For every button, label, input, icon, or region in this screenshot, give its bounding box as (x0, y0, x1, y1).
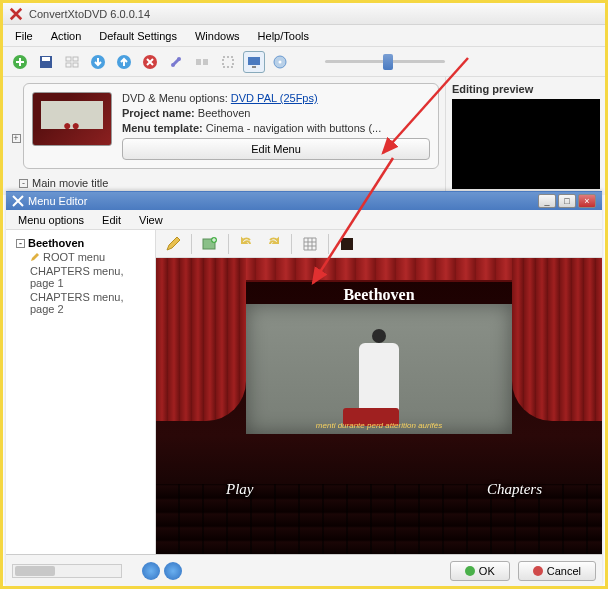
svg-rect-15 (248, 57, 260, 65)
add-image-button[interactable] (199, 233, 221, 255)
project-name-value: Beethoven (198, 107, 251, 119)
tree-expand-toggle[interactable]: + (9, 108, 23, 169)
background-swatch-button[interactable] (336, 233, 358, 255)
preview-viewport (452, 99, 600, 189)
movie-title-row[interactable]: - Main movie title (9, 177, 439, 189)
tree-root-menu[interactable]: ROOT menu (12, 250, 149, 264)
preview-panel: Editing preview (445, 77, 605, 195)
svg-rect-2 (42, 57, 50, 61)
redo-button[interactable] (262, 233, 284, 255)
menu-help-tools[interactable]: Help/Tools (250, 28, 317, 44)
cancel-button[interactable]: Cancel (518, 561, 596, 581)
disc-button[interactable] (269, 51, 291, 73)
delete-button[interactable] (139, 51, 161, 73)
merge-button[interactable] (191, 51, 213, 73)
move-up-button[interactable] (113, 51, 135, 73)
editor-title: Menu Editor (28, 195, 87, 207)
editor-menubar: Menu options Edit View (6, 210, 602, 230)
expand-icon[interactable]: - (19, 179, 28, 188)
add-button[interactable] (9, 51, 31, 73)
curtain-left-icon (156, 258, 246, 421)
screen-subtitle: menti durante perd atterition aurifés (246, 421, 512, 430)
main-title: ConvertXtoDVD 6.0.0.14 (29, 8, 150, 20)
collapse-icon[interactable]: - (16, 239, 25, 248)
edit-menu-button[interactable]: Edit Menu (122, 138, 430, 160)
menu-file[interactable]: File (7, 28, 41, 44)
maximize-button[interactable]: □ (558, 194, 576, 208)
close-button[interactable]: × (578, 194, 596, 208)
editor-logo-icon (12, 195, 24, 207)
zoom-slider[interactable] (325, 51, 445, 73)
menu-editor-window: Menu Editor _ □ × Menu options Edit View… (6, 191, 602, 586)
grid-button[interactable] (299, 233, 321, 255)
menu-windows[interactable]: Windows (187, 28, 248, 44)
options-label: DVD & Menu options: (122, 92, 228, 104)
movie-title-label: Main movie title (32, 177, 108, 189)
template-label: Menu template: (122, 122, 203, 134)
settings-button[interactable] (165, 51, 187, 73)
tree-scrollbar[interactable] (12, 564, 122, 578)
svg-point-11 (177, 57, 181, 61)
ok-button[interactable]: OK (450, 561, 510, 581)
svg-rect-16 (252, 66, 256, 68)
menu-stage[interactable]: menti durante perd atterition aurifés Be… (156, 258, 602, 554)
minimize-button[interactable]: _ (538, 194, 556, 208)
tree-chapters-1[interactable]: CHAPTERS menu, page 1 (12, 264, 149, 290)
conductor-figure-icon (359, 343, 399, 413)
crop-button[interactable] (217, 51, 239, 73)
check-icon (465, 566, 475, 576)
main-window: ConvertXtoDVD 6.0.0.14 File Action Defau… (3, 3, 605, 195)
app-logo-icon (9, 7, 23, 21)
svg-rect-3 (66, 57, 71, 61)
project-name-label: Project name: (122, 107, 195, 119)
project-item[interactable]: DVD & Menu options: DVD PAL (25Fps) Proj… (23, 83, 439, 169)
playback-next-button[interactable] (164, 562, 182, 580)
curtain-right-icon (512, 258, 602, 421)
layout-button[interactable] (61, 51, 83, 73)
menu-action[interactable]: Action (43, 28, 90, 44)
pencil-icon (30, 252, 40, 262)
edit-text-button[interactable] (162, 233, 184, 255)
tree-root-label: Beethoven (28, 237, 84, 249)
editor-menu-view[interactable]: View (131, 212, 171, 228)
editor-toolbar (156, 230, 602, 258)
editor-menu-edit[interactable]: Edit (94, 212, 129, 228)
svg-rect-6 (73, 63, 78, 67)
svg-rect-12 (196, 59, 201, 65)
undo-button[interactable] (236, 233, 258, 255)
tree-root[interactable]: - Beethoven (12, 236, 149, 250)
svg-rect-5 (66, 63, 71, 67)
playback-play-button[interactable] (142, 562, 160, 580)
svg-rect-4 (73, 57, 78, 61)
template-value: Cinema - navigation with buttons (... (206, 122, 381, 134)
scroll-thumb-icon[interactable] (15, 566, 55, 576)
main-toolbar (3, 47, 605, 77)
svg-rect-14 (223, 57, 233, 67)
menu-default-settings[interactable]: Default Settings (91, 28, 185, 44)
project-tree-panel: + DVD & Menu options: DVD PAL (25Fps) Pr… (3, 77, 445, 195)
editor-tree: - Beethoven ROOT menu CHAPTERS menu, pag… (6, 230, 156, 554)
cinema-screen: menti durante perd atterition aurifés (246, 304, 512, 434)
preview-heading: Editing preview (452, 83, 599, 95)
dvd-format-link[interactable]: DVD PAL (25Fps) (231, 92, 318, 104)
editor-menu-options[interactable]: Menu options (10, 212, 92, 228)
save-button[interactable] (35, 51, 57, 73)
editor-footer: OK Cancel (6, 554, 602, 586)
svg-point-18 (279, 60, 282, 63)
main-titlebar[interactable]: ConvertXtoDVD 6.0.0.14 (3, 3, 605, 25)
chapters-link[interactable]: Chapters (487, 481, 542, 498)
svg-point-10 (171, 63, 175, 67)
slider-thumb-icon[interactable] (383, 54, 393, 70)
tree-chapters-2[interactable]: CHAPTERS menu, page 2 (12, 290, 149, 316)
cancel-icon (533, 566, 543, 576)
play-link[interactable]: Play (226, 481, 254, 498)
menu-title-text[interactable]: Beethoven (156, 286, 602, 304)
editor-titlebar[interactable]: Menu Editor _ □ × (6, 192, 602, 210)
monitor-button[interactable] (243, 51, 265, 73)
svg-rect-13 (203, 59, 208, 65)
menu-thumbnail-icon (32, 92, 112, 146)
move-down-button[interactable] (87, 51, 109, 73)
main-menubar: File Action Default Settings Windows Hel… (3, 25, 605, 47)
svg-rect-21 (341, 238, 353, 250)
